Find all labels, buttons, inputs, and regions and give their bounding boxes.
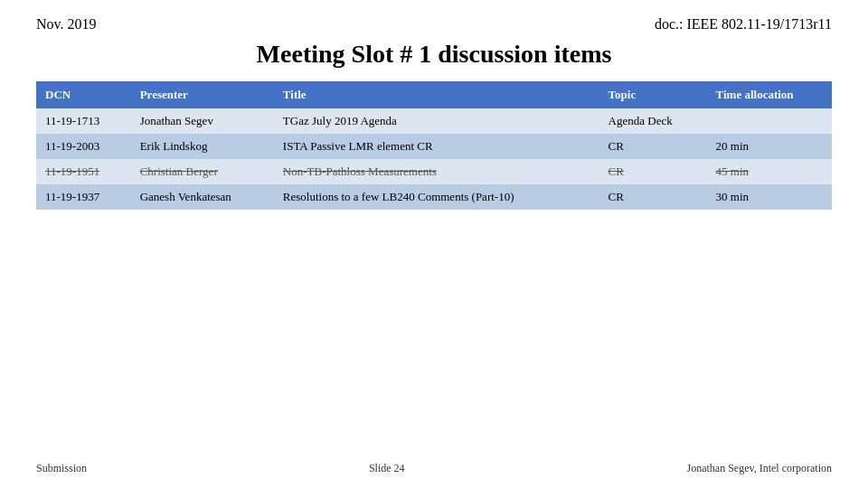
header-right: doc.: IEEE 802.11-19/1713r11 [655, 16, 832, 33]
discussion-table: DCN Presenter Title Topic Time allocatio… [36, 81, 832, 210]
col-header-time: Time allocation [707, 81, 832, 108]
footer-right: Jonathan Segev, Intel corporation [686, 462, 832, 475]
cell-1-1: Erik Lindskog [131, 134, 274, 159]
cell-2-4: 45 min [707, 159, 832, 184]
cell-1-4: 20 min [707, 134, 832, 159]
cell-0-1: Jonathan Segev [131, 108, 274, 134]
table-row: 11-19-1713Jonathan SegevTGaz July 2019 A… [36, 108, 832, 134]
table-row: 11-19-1937Ganesh VenkatesanResolutions t… [36, 184, 832, 210]
cell-1-3: CR [599, 134, 707, 159]
table-header-row: DCN Presenter Title Topic Time allocatio… [36, 81, 832, 108]
cell-0-0: 11-19-1713 [36, 108, 131, 134]
cell-2-1: Christian Berger [131, 159, 274, 184]
cell-0-4 [707, 108, 832, 134]
page-title: Meeting Slot # 1 discussion items [36, 40, 832, 69]
col-header-presenter: Presenter [131, 81, 274, 108]
cell-1-2: ISTA Passive LMR element CR [274, 134, 599, 159]
table-row: 11-19-1951Christian BergerNon-TB-Pathlos… [36, 159, 832, 184]
cell-3-0: 11-19-1937 [36, 184, 131, 210]
cell-0-2: TGaz July 2019 Agenda [274, 108, 599, 134]
cell-3-1: Ganesh Venkatesan [131, 184, 274, 210]
cell-3-4: 30 min [707, 184, 832, 210]
header-left: Nov. 2019 [36, 16, 97, 33]
col-header-dcn: DCN [36, 81, 131, 108]
table-row: 11-19-2003Erik LindskogISTA Passive LMR … [36, 134, 832, 159]
cell-2-2: Non-TB-Pathloss Measurements [274, 159, 599, 184]
footer-center: Slide 24 [369, 462, 405, 475]
col-header-title: Title [274, 81, 599, 108]
footer-left: Submission [36, 462, 87, 475]
col-header-topic: Topic [599, 81, 707, 108]
cell-3-2: Resolutions to a few LB240 Comments (Par… [274, 184, 599, 210]
cell-1-0: 11-19-2003 [36, 134, 131, 159]
cell-2-0: 11-19-1951 [36, 159, 131, 184]
cell-0-3: Agenda Deck [599, 108, 707, 134]
cell-2-3: CR [599, 159, 707, 184]
cell-3-3: CR [599, 184, 707, 210]
